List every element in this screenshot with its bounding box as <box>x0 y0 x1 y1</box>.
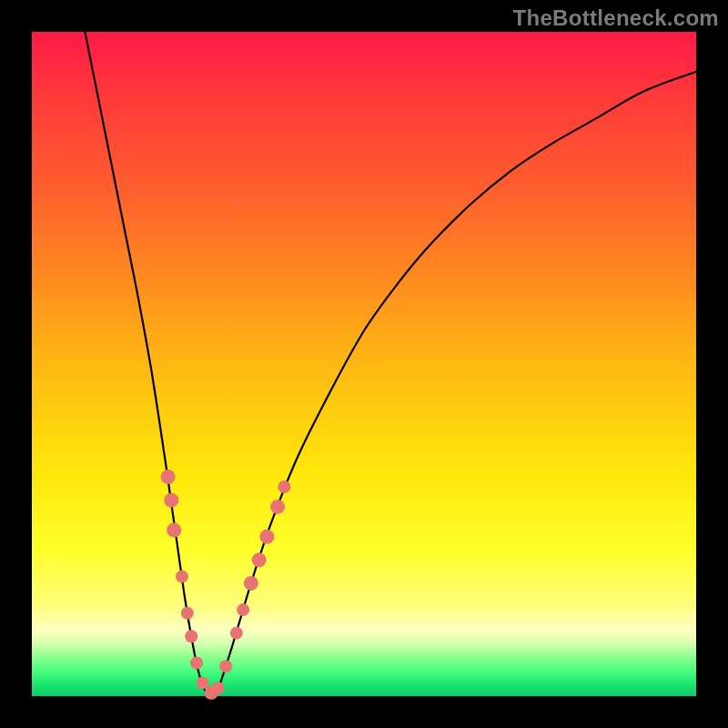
curve-marker <box>197 676 209 689</box>
chart-frame: TheBottleneck.com <box>0 0 728 728</box>
chart-svg <box>32 32 696 696</box>
bottleneck-curve <box>85 32 696 696</box>
curve-marker <box>237 603 249 616</box>
curve-marker <box>164 493 178 508</box>
curve-marker <box>244 576 258 591</box>
curve-marker <box>176 571 188 583</box>
curve-marker <box>252 552 267 567</box>
curve-marker <box>278 480 290 493</box>
curve-marker <box>219 660 232 672</box>
curve-marker <box>181 607 194 620</box>
marker-layer <box>161 470 291 700</box>
curve-marker <box>185 630 197 642</box>
curve-marker <box>211 682 224 694</box>
curve-marker <box>259 530 274 544</box>
plot-area <box>32 32 696 696</box>
curve-marker <box>167 523 181 538</box>
curve-marker <box>161 470 176 484</box>
curve-marker <box>190 657 203 670</box>
curve-layer <box>85 32 696 696</box>
curve-marker <box>270 500 285 514</box>
watermark-text: TheBottleneck.com <box>513 5 719 31</box>
curve-marker <box>230 627 243 640</box>
